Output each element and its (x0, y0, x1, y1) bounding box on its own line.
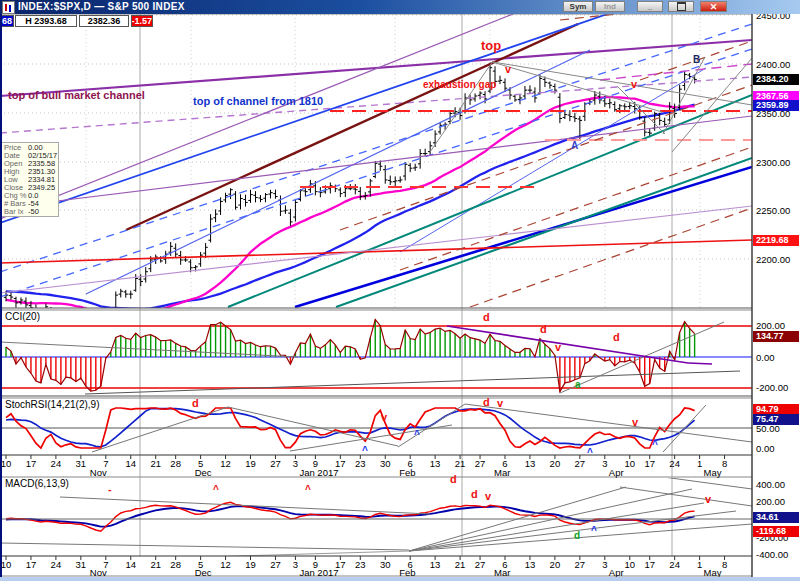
price-badge: 2359.89 (753, 100, 799, 111)
y-axis-tick: 0.00 (756, 443, 775, 454)
annotation-v: v (705, 494, 711, 505)
annotation-mark: ^ (362, 446, 368, 456)
annotation-mark: ^ (305, 485, 311, 495)
x-axis-date: 27 (475, 559, 486, 570)
annotation-topmarkofmarkchannelmarkfrommark1810: top of channel from 1810 (193, 96, 323, 107)
x-axis-date: 17 (644, 458, 655, 469)
x-axis-date: 31 (76, 458, 87, 469)
x-axis-date: 14 (125, 559, 136, 570)
annotation-mark: ^ (652, 440, 658, 450)
x-axis-date: 19 (245, 559, 256, 570)
x-axis-date: 1 (697, 559, 702, 570)
x-axis-date: 28 (170, 458, 181, 469)
price-badge: 134.77 (753, 331, 799, 342)
x-axis-date: 17 (644, 559, 655, 570)
x-axis-date: 24 (669, 559, 680, 570)
annotation-topmarkofmarkbullmarkmarketmarkchannel: top of bull market channel (8, 90, 145, 101)
x-axis-date: 21 (150, 458, 161, 469)
x-axis-date: 19 (245, 458, 256, 469)
annotation-mark: ^ (591, 526, 597, 536)
x-axis-date: 3 (293, 458, 298, 469)
x-axis-date: 14 (125, 458, 136, 469)
y-axis-tick: 0.00 (756, 352, 775, 363)
x-axis-date: 23 (355, 559, 366, 570)
chart-window: 2450.002400.002350.002300.002250.002200.… (0, 0, 800, 581)
restore-button[interactable] (668, 1, 694, 12)
annotation-d: d (613, 332, 620, 343)
y-axis-tick: 2300.00 (756, 157, 790, 168)
annotation-v: v (381, 412, 387, 423)
window-title: INDEX:$SPX,D — S&P 500 INDEX (18, 1, 185, 12)
stochrsi-panel-label: StochRSI(14,21(2),9) (3, 399, 102, 410)
quote-last-box: 2393.68 (0, 15, 14, 27)
sym-button[interactable]: Sym (563, 1, 593, 12)
x-axis-date: 13 (430, 559, 441, 570)
annotation-d: d (483, 397, 490, 408)
data-window-box: Price0.00Date02/15/17Open2335.58High2351… (1, 142, 59, 217)
price-badge: 2219.68 (753, 235, 799, 246)
x-axis-date: 28 (170, 559, 181, 570)
x-axis-date: 8 (722, 458, 727, 469)
x-axis-date: 20 (550, 559, 561, 570)
x-axis-date: 8 (722, 559, 727, 570)
x-axis-date: 20 (550, 458, 561, 469)
annotation-v: v (631, 79, 637, 90)
chart-canvas[interactable] (0, 0, 800, 581)
title-bar[interactable]: INDEX:$SPX,D — S&P 500 INDEX Sym Ind _ ✕ (0, 0, 800, 14)
y-axis-tick: 400.00 (756, 479, 785, 490)
x-axis-date: 24 (51, 559, 62, 570)
annotation-d: d (471, 489, 478, 500)
annotation-v: v (555, 342, 561, 353)
y-axis-tick: 200.00 (756, 320, 785, 331)
stochrsi-panel[interactable] (0, 399, 752, 454)
annotation-a: a (575, 380, 581, 390)
app-icon (2, 1, 15, 14)
price-badge: -119.68 (753, 526, 799, 537)
window-left-border (0, 14, 2, 581)
cci-panel[interactable] (0, 311, 752, 396)
y-axis-tick: 200.00 (756, 496, 785, 507)
close-button[interactable]: ✕ (700, 1, 727, 12)
x-axis-month: Jan 2017 (299, 467, 338, 478)
annotation-v: v (497, 398, 503, 409)
annotation-mark: - (108, 484, 112, 495)
x-axis-date: 31 (76, 559, 87, 570)
data-window-row: Bar Ix-50 (4, 208, 58, 216)
x-axis-date: 10 (624, 458, 635, 469)
annotation-v: v (485, 491, 491, 502)
y-axis-tick: -200.00 (756, 382, 788, 393)
x-axis-date: 27 (575, 559, 586, 570)
x-axis-date: 3 (602, 559, 607, 570)
x-axis-date: 17 (26, 559, 37, 570)
x-axis-date: 23 (355, 458, 366, 469)
price-badge: 2384.20 (753, 74, 799, 85)
price-panel[interactable] (0, 14, 752, 308)
annotation-mark: ^ (213, 485, 219, 495)
y-axis-tick: 2250.00 (756, 205, 790, 216)
annotation-d: d (574, 531, 580, 541)
x-axis-date: 27 (270, 559, 281, 570)
annotation-d: d (192, 398, 199, 409)
annotation-b: B (693, 55, 700, 65)
y-axis-tick: 2200.00 (756, 254, 790, 265)
x-axis-date: 24 (669, 458, 680, 469)
annotation-v: v (632, 417, 638, 428)
x-axis-date: 21 (455, 559, 466, 570)
ind-button[interactable]: Ind (595, 1, 625, 12)
x-axis-month: Dec (195, 467, 212, 478)
x-axis-date: 10 (1, 559, 12, 570)
x-axis-date: 17 (26, 458, 37, 469)
x-axis-date: 30 (380, 559, 391, 570)
minimize-button[interactable]: _ (637, 1, 663, 12)
annotation-d: d (540, 324, 547, 335)
x-axis-month: Feb (399, 467, 415, 478)
x-axis-date: 21 (455, 458, 466, 469)
x-axis-month: Mar (494, 467, 510, 478)
window-bottom-border (0, 577, 800, 581)
annotation-v: v (505, 64, 511, 75)
x-axis-date: 12 (220, 559, 231, 570)
annotation-top: top (481, 39, 501, 52)
annotation-d: d (450, 474, 457, 485)
x-axis-date: 1 (697, 458, 702, 469)
x-axis-date: 27 (575, 458, 586, 469)
